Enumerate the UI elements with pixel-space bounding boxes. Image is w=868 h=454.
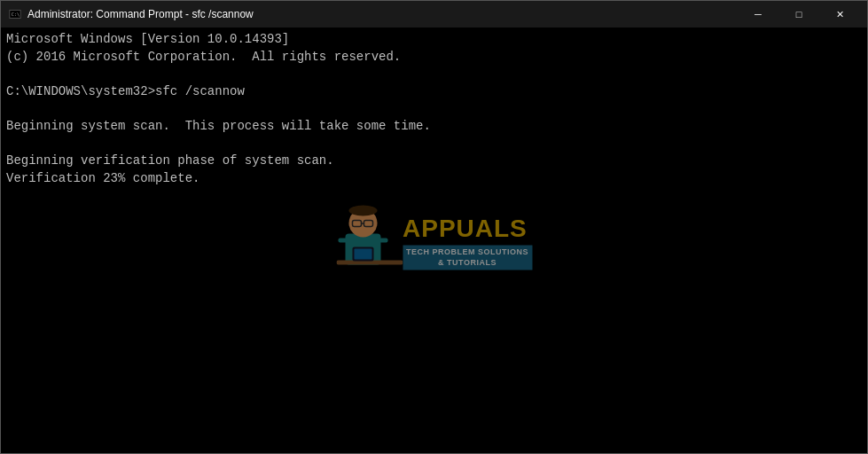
window-title: Administrator: Command Prompt - sfc /sca…: [27, 8, 738, 20]
terminal-line: [6, 187, 862, 205]
terminal-line: (c) 2016 Microsoft Corporation. All righ…: [6, 49, 862, 67]
terminal-line: [6, 395, 862, 413]
terminal-line: [6, 309, 862, 327]
terminal-line: [6, 292, 862, 309]
terminal-line: Beginning verification phase of system s…: [6, 153, 862, 170]
terminal-body[interactable]: Microsoft Windows [Version 10.0.14393](c…: [1, 27, 867, 453]
terminal-line: [6, 379, 862, 396]
terminal-output: Microsoft Windows [Version 10.0.14393](c…: [6, 31, 862, 413]
terminal-line: [6, 66, 862, 83]
terminal-line: [6, 257, 862, 275]
terminal-line: Verification 23% complete.: [6, 170, 862, 188]
terminal-line: C:\WINDOWS\system32>sfc /scannow: [6, 83, 862, 101]
terminal-line: Beginning system scan. This process will…: [6, 118, 862, 136]
close-button[interactable]: ✕: [819, 1, 860, 27]
terminal-line: [6, 326, 862, 344]
terminal-line: [6, 344, 862, 362]
maximize-button[interactable]: □: [778, 1, 819, 27]
titlebar: C:\ Administrator: Command Prompt - sfc …: [1, 1, 867, 27]
titlebar-controls: ─ □ ✕: [738, 1, 860, 27]
terminal-line: [6, 136, 862, 153]
terminal-line: [6, 100, 862, 118]
svg-text:C:\: C:\: [12, 12, 20, 17]
terminal-line: [6, 274, 862, 292]
terminal-line: [6, 205, 862, 223]
titlebar-icon: C:\: [8, 7, 22, 21]
terminal-line: Microsoft Windows [Version 10.0.14393]: [6, 31, 862, 49]
terminal-line: [6, 223, 862, 240]
window: C:\ Administrator: Command Prompt - sfc …: [0, 0, 868, 454]
terminal-line: [6, 361, 862, 379]
terminal-line: [6, 239, 862, 257]
minimize-button[interactable]: ─: [738, 1, 778, 27]
